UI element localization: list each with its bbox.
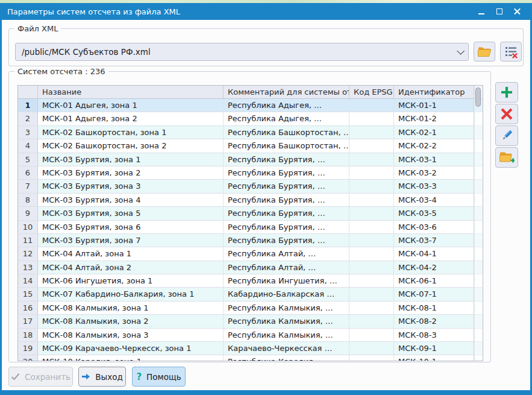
cell-epsg[interactable] (349, 139, 394, 152)
cell-identifier[interactable]: МСК-03-3 (394, 180, 475, 192)
table-row[interactable]: 13 МСК-04 Алтай, зона 2 Республика Алтай… (18, 261, 483, 274)
table-row[interactable]: 14 МСК-06 Ингушетия, зона 1 Республика И… (18, 274, 483, 288)
cell-row-number[interactable]: 15 (18, 288, 38, 300)
cell-name[interactable]: МСК-08 Калмыкия, зона 2 (38, 315, 224, 327)
table-row[interactable]: 3 МСК-02 Башкортостан, зона 1 Республика… (18, 126, 483, 139)
table-row[interactable]: 15 МСК-07 Кабардино-Балкария, зона 1 Каб… (18, 288, 483, 301)
minimize-button[interactable] (477, 7, 486, 16)
cell-comment[interactable]: Республика Алтай, … (224, 261, 349, 274)
table-row[interactable]: 19 МСК-09 Карачаево-Черкесск, зона 1 Кар… (18, 342, 483, 355)
cell-epsg[interactable] (349, 329, 394, 341)
cell-row-number[interactable]: 10 (18, 221, 38, 233)
cell-comment[interactable]: Карачаево-Черкесская … (224, 342, 349, 355)
cell-identifier[interactable]: МСК-06-1 (394, 274, 475, 287)
cell-identifier[interactable]: МСК-07-1 (394, 288, 475, 300)
cell-identifier[interactable]: МСК-02-2 (394, 139, 475, 152)
cell-row-number[interactable]: 8 (18, 194, 38, 206)
cell-name[interactable]: МСК-04 Алтай, зона 1 (38, 247, 224, 260)
cell-row-number[interactable]: 11 (18, 234, 38, 247)
cell-epsg[interactable] (349, 112, 394, 125)
cell-comment[interactable]: Республика Бурятия, … (224, 234, 349, 247)
cell-epsg[interactable] (349, 99, 394, 112)
cell-identifier[interactable]: МСК-03-1 (394, 153, 475, 166)
cell-row-number[interactable]: 4 (18, 139, 38, 152)
cell-comment[interactable]: Республика Алтай, … (224, 247, 349, 260)
cell-comment[interactable]: Республика Бурятия, … (224, 180, 349, 192)
close-button[interactable] (513, 7, 522, 16)
cell-epsg[interactable] (349, 315, 394, 327)
cell-epsg[interactable] (349, 207, 394, 220)
exit-button[interactable]: Выход (78, 367, 126, 387)
cell-name[interactable]: МСК-06 Ингушетия, зона 1 (38, 274, 224, 287)
cell-epsg[interactable] (349, 166, 394, 179)
header-epsg[interactable]: Код EPSG (349, 86, 394, 98)
save-button[interactable]: Сохранить (8, 367, 73, 387)
clear-list-button[interactable] (500, 42, 522, 62)
table-row[interactable]: 4 МСК-02 Башкортостан, зона 2 Республика… (18, 139, 483, 153)
cell-name[interactable]: МСК-08 Калмыкия, зона 1 (38, 302, 224, 314)
cell-comment[interactable]: Республика Калмыкия, … (224, 302, 349, 314)
cell-identifier[interactable]: МСК-03-2 (394, 166, 475, 179)
cell-identifier[interactable]: МСК-09-1 (394, 342, 475, 355)
cell-epsg[interactable] (349, 180, 394, 192)
edit-button[interactable] (495, 125, 518, 146)
delete-button[interactable] (495, 104, 518, 124)
table-row[interactable]: 18 МСК-08 Калмыкия, зона 3 Республика Ка… (18, 329, 483, 342)
cell-name[interactable]: МСК-08 Калмыкия, зона 3 (38, 329, 224, 341)
table-row[interactable]: 2 МСК-01 Адыгея, зона 2 Республика Адыге… (18, 112, 483, 125)
cell-row-number[interactable]: 1 (18, 99, 38, 112)
cell-row-number[interactable]: 9 (18, 207, 38, 220)
maximize-button[interactable] (495, 7, 504, 16)
cell-row-number[interactable]: 19 (18, 342, 38, 355)
cell-identifier[interactable]: МСК-02-1 (394, 126, 475, 139)
scrollbar-thumb[interactable] (475, 87, 481, 107)
cell-identifier[interactable]: МСК-03-4 (394, 194, 475, 206)
cell-identifier[interactable]: МСК-01-1 (394, 99, 475, 112)
cell-comment[interactable]: Республика Адыгея, … (224, 99, 349, 112)
cell-row-number[interactable]: 6 (18, 166, 38, 179)
cell-epsg[interactable] (349, 153, 394, 166)
header-name[interactable]: Название (38, 86, 224, 98)
cell-name[interactable]: МСК-03 Бурятия, зона 4 (38, 194, 224, 206)
cell-identifier[interactable]: МСК-03-7 (394, 234, 475, 247)
header-comment[interactable]: Комментарий для системы от (224, 86, 349, 98)
cell-comment[interactable]: Республика Бурятия, … (224, 166, 349, 179)
help-button[interactable]: ? Помощь (132, 367, 186, 387)
cell-name[interactable]: МСК-03 Бурятия, зона 6 (38, 221, 224, 233)
header-identifier[interactable]: Идентификатор (394, 86, 475, 98)
cell-name[interactable]: МСК-03 Бурятия, зона 3 (38, 180, 224, 192)
cell-name[interactable]: МСК-03 Бурятия, зона 1 (38, 153, 224, 166)
cell-name[interactable]: МСК-01 Адыгея, зона 2 (38, 112, 224, 125)
cell-comment[interactable]: Республика Бурятия, … (224, 221, 349, 233)
open-file-button[interactable] (474, 42, 495, 62)
cell-row-number[interactable]: 2 (18, 112, 38, 125)
cell-row-number[interactable]: 7 (18, 180, 38, 192)
cell-row-number[interactable]: 17 (18, 315, 38, 327)
table-row[interactable]: 11 МСК-03 Бурятия, зона 7 Республика Бур… (18, 234, 483, 247)
table-row[interactable]: 10 МСК-03 Бурятия, зона 6 Республика Бур… (18, 221, 483, 234)
vertical-scrollbar[interactable] (474, 86, 483, 361)
cell-comment[interactable]: Республика Бурятия, … (224, 194, 349, 206)
cell-epsg[interactable] (349, 126, 394, 139)
add-file-button[interactable] (495, 147, 518, 168)
cell-epsg[interactable] (349, 342, 394, 355)
cell-identifier[interactable]: МСК-10-1 (394, 355, 475, 361)
cell-epsg[interactable] (349, 288, 394, 300)
cell-comment[interactable]: Республика Калмыкия, … (224, 315, 349, 327)
cell-name[interactable]: МСК-03 Бурятия, зона 7 (38, 234, 224, 247)
cell-name[interactable]: МСК-01 Адыгея, зона 1 (38, 99, 224, 112)
table-row[interactable]: 16 МСК-08 Калмыкия, зона 1 Республика Ка… (18, 302, 483, 315)
table-row[interactable]: 5 МСК-03 Бурятия, зона 1 Республика Буря… (18, 153, 483, 166)
cell-epsg[interactable] (349, 355, 394, 361)
cell-identifier[interactable]: МСК-03-5 (394, 207, 475, 220)
cell-identifier[interactable]: МСК-08-3 (394, 329, 475, 341)
cell-epsg[interactable] (349, 274, 394, 287)
table-row[interactable]: 7 МСК-03 Бурятия, зона 3 Республика Буря… (18, 180, 483, 193)
cell-row-number[interactable]: 20 (18, 355, 38, 361)
cell-epsg[interactable] (349, 302, 394, 314)
cell-name[interactable]: МСК-07 Кабардино-Балкария, зона 1 (38, 288, 224, 300)
cell-comment[interactable]: Республика Калмыкия, … (224, 329, 349, 341)
cell-epsg[interactable] (349, 221, 394, 233)
cell-name[interactable]: МСК-09 Карачаево-Черкесск, зона 1 (38, 342, 224, 355)
table-row[interactable]: 12 МСК-04 Алтай, зона 1 Республика Алтай… (18, 247, 483, 261)
